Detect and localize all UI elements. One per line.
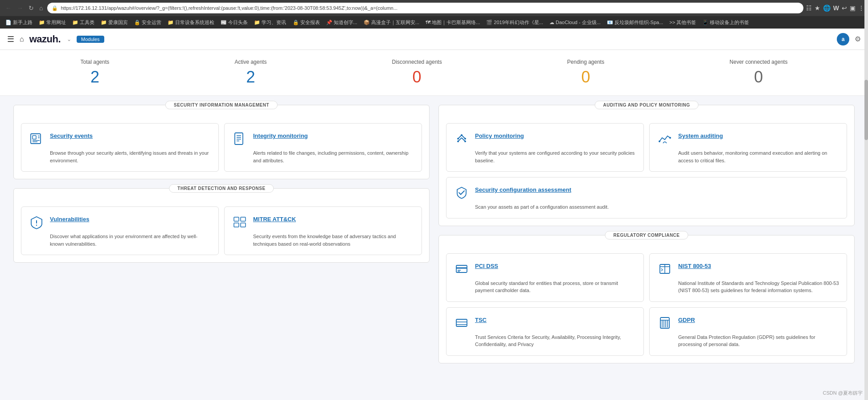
bookmark-aikang[interactable]: 📁 爱康国宾	[99, 18, 130, 27]
hamburger-menu[interactable]: ☰	[7, 34, 14, 44]
extensions-icon[interactable]: ☷	[806, 4, 812, 12]
pci-dss-icon	[454, 261, 470, 277]
system-auditing-title: System auditing	[678, 132, 723, 140]
scrollbar-thumb[interactable]	[864, 80, 868, 140]
main-content: SECURITY INFORMATION MANAGEMENT	[0, 96, 868, 381]
bookmark-more[interactable]: >> 其他书签	[667, 18, 698, 27]
avatar[interactable]: a	[837, 33, 849, 45]
regulatory-bottom-row: TSC Trust Services Criteria for Security…	[446, 307, 847, 356]
tsc-title: TSC	[475, 317, 487, 324]
security-events-title: Security events	[50, 132, 93, 140]
scrollbar-track[interactable]	[864, 0, 868, 381]
bookmark-security-ops[interactable]: 🔒 安全运营	[132, 18, 163, 27]
svg-rect-35	[456, 319, 467, 326]
mitre-card-header: MITRE ATT&CK	[232, 214, 414, 230]
nist-desc: National Institute of Standards and Tech…	[657, 280, 839, 294]
mitre-card[interactable]: MITRE ATT&CK Security events from the kn…	[224, 206, 422, 255]
sca-card[interactable]: Security configuration assessment Scan y…	[446, 177, 847, 219]
policy-monitoring-icon	[454, 131, 470, 147]
bookmark-zhidao[interactable]: 📌 知道创字...	[324, 18, 359, 27]
tsc-card[interactable]: TSC Trust Services Criteria for Security…	[446, 307, 644, 356]
pci-dss-title: PCI DSS	[475, 263, 498, 270]
pending-agents-label: Pending agents	[567, 59, 604, 65]
bookmark-daocloud[interactable]: ☁ DaoCloud - 企业级...	[548, 18, 602, 27]
nist-card[interactable]: NIST 800-53 National Institute of Standa…	[649, 253, 847, 302]
more-icon[interactable]: ⋮	[858, 4, 864, 12]
integrity-monitoring-title: Integrity monitoring	[253, 132, 308, 140]
policy-monitoring-card[interactable]: Policy monitoring Verify that your syste…	[446, 123, 644, 172]
active-agents-stat: Active agents 2	[234, 59, 266, 87]
pending-agents-stat: Pending agents 0	[567, 59, 604, 87]
gdpr-card[interactable]: GDPR General Data Protection Regulation …	[649, 307, 847, 356]
bookmark-movie[interactable]: 🎬 2019年科幻动作《星...	[484, 18, 545, 27]
refresh-button[interactable]: ↻	[27, 4, 36, 12]
total-agents-value: 2	[81, 68, 110, 87]
regulatory-section: REGULATORY COMPLIANCE	[438, 235, 855, 363]
bookmark-news[interactable]: 📰 今日头条	[219, 18, 250, 27]
bookmark-gaoman[interactable]: 📦 高漫盒子｜互联网安...	[362, 18, 421, 27]
bookmark-xinshoushanglu[interactable]: 📄 新手上路	[4, 18, 34, 27]
mitre-title: MITRE ATT&CK	[253, 216, 296, 223]
sca-card-wrapper: Security configuration assessment Scan y…	[446, 177, 847, 219]
browser-right-icons: ☷ ★ 🌐 W ↩ ▣ ⋮	[806, 4, 864, 12]
integrity-monitoring-card-header: Integrity monitoring	[232, 131, 414, 147]
nav-buttons: ← → ↻ ⌂	[4, 4, 45, 12]
back-button[interactable]: ←	[4, 4, 13, 12]
sca-card-header: Security configuration assessment	[454, 185, 839, 201]
svg-rect-14	[241, 217, 246, 221]
bookmark-antispam[interactable]: 📧 反垃圾邮件组织-Spa...	[605, 18, 665, 27]
threat-detection-section: THREAT DETECTION AND RESPONSE Vulnerabil…	[13, 188, 430, 263]
bookmark-map[interactable]: 🗺 地图｜卡巴斯基网络...	[424, 18, 482, 27]
threat-detection-header: THREAT DETECTION AND RESPONSE	[169, 184, 274, 193]
w-icon[interactable]: W	[833, 4, 839, 12]
security-events-card[interactable]: Security events Browse through your secu…	[21, 123, 219, 172]
system-auditing-card[interactable]: System auditing Audit users behavior, mo…	[649, 123, 847, 172]
vulnerabilities-title: Vulnerabilities	[50, 216, 89, 223]
bookmark-changyong[interactable]: 📁 常用网址	[37, 18, 68, 27]
svg-rect-16	[241, 223, 246, 227]
nist-title: NIST 800-53	[678, 263, 711, 270]
svg-rect-13	[234, 217, 239, 221]
sca-icon	[454, 185, 470, 201]
never-connected-agents-label: Never connected agents	[729, 59, 787, 65]
right-column: AUDITING AND POLICY MONITORING	[438, 105, 855, 372]
policy-monitoring-title: Policy monitoring	[475, 132, 524, 140]
svg-point-24	[457, 140, 459, 142]
tsc-card-header: TSC	[454, 315, 636, 331]
browser-chrome: ← → ↻ ⌂ 🔒 https://172.16.12.131/app/wazu…	[0, 0, 868, 16]
modules-badge[interactable]: Modules	[77, 36, 104, 43]
puzzle-icon[interactable]: ▣	[850, 4, 856, 12]
never-connected-agents-stat: Never connected agents 0	[729, 59, 787, 87]
system-auditing-desc: Audit users behavior, monitoring command…	[657, 149, 839, 164]
mitre-desc: Security events from the knowledge base …	[232, 233, 414, 247]
bookmark-daily[interactable]: 📁 日常设备系统巡检	[166, 18, 216, 27]
bookmark-report[interactable]: 🔒 安全报表	[291, 18, 322, 27]
back2-icon[interactable]: ↩	[842, 4, 847, 12]
integrity-monitoring-card[interactable]: Integrity monitoring Alerts related to f…	[224, 123, 422, 172]
logo-dot: .	[58, 33, 61, 45]
settings-icon[interactable]: ⚙	[855, 35, 861, 43]
bookmark-tools[interactable]: 📁 工具类	[70, 18, 96, 27]
star-icon[interactable]: ★	[815, 4, 820, 12]
bookmark-learn[interactable]: 📁 学习、资讯	[252, 18, 288, 27]
home-icon[interactable]: ⌂	[20, 35, 24, 43]
logo-dropdown[interactable]: ⌄	[67, 36, 71, 42]
gdpr-icon	[657, 315, 673, 331]
globe-icon[interactable]: 🌐	[823, 4, 831, 12]
vulnerabilities-icon	[29, 214, 45, 230]
bookmark-mobile[interactable]: 📱 移动设备上的书签	[700, 18, 751, 27]
total-agents-label: Total agents	[81, 59, 110, 65]
disconnected-agents-stat: Disconnected agents 0	[392, 59, 442, 87]
mitre-icon	[232, 214, 248, 230]
system-auditing-icon	[657, 131, 673, 147]
address-bar[interactable]: 🔒 https://172.16.12.131/app/wazuh#/overv…	[47, 3, 803, 13]
pci-dss-card[interactable]: PCI DSS Global security standard for ent…	[446, 253, 644, 302]
svg-point-26	[659, 140, 660, 142]
security-events-card-header: Security events	[29, 131, 211, 147]
sca-title: Security configuration assessment	[475, 186, 571, 194]
home-button[interactable]: ⌂	[37, 4, 45, 12]
auditing-header: AUDITING AND POLICY MONITORING	[595, 101, 699, 109]
regulatory-top-row: PCI DSS Global security standard for ent…	[446, 253, 847, 302]
vulnerabilities-card[interactable]: Vulnerabilities Discover what applicatio…	[21, 206, 219, 255]
forward-button[interactable]: →	[15, 4, 25, 12]
